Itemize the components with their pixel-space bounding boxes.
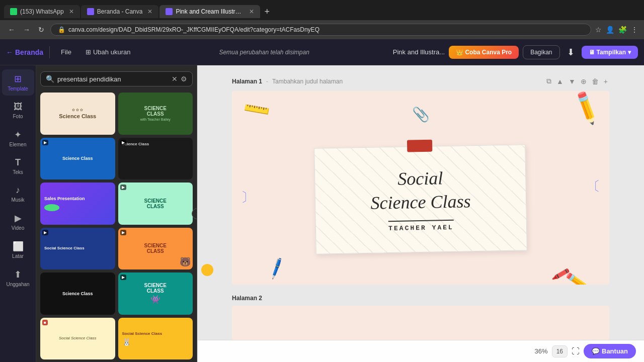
sidebar-item-unggahan[interactable]: ⬆ Unggahan [2, 265, 34, 291]
template-card-3-label: Science Class [62, 156, 93, 161]
tab-design-close[interactable]: ✕ [249, 8, 254, 15]
video-badge-6: ▶ [120, 185, 126, 190]
template-card-1[interactable]: ✿ ✿ ✿ Science Class [40, 93, 115, 135]
bottom-bar: 36% 16 ⛶ 💬 Bantuan [198, 340, 644, 362]
canva-home-label: Beranda [15, 48, 43, 56]
template-card-6[interactable]: ▶ SCIENCECLASS [118, 183, 193, 225]
pro-button[interactable]: 👑 Coba Canva Pro [449, 46, 519, 59]
design-main-title: Social Science Class [340, 165, 501, 215]
page1-number: Halaman 1 [232, 78, 262, 85]
address-bar[interactable]: 🔒 canva.com/design/DAD_DbidSRM/29xRO-_JK… [50, 24, 591, 36]
page-down-icon[interactable]: ▼ [567, 75, 577, 87]
tab-beranda[interactable]: Beranda - Canva ✕ [81, 5, 159, 18]
template-card-5[interactable]: Sales Presentation [40, 183, 115, 225]
video-badge-4: ▶ [120, 140, 126, 145]
page1-title-placeholder[interactable]: Tambahkan judul halaman [272, 78, 343, 85]
bookmark-button[interactable]: ☆ [595, 26, 602, 34]
sidebar-item-musik-label: Musik [11, 197, 24, 203]
share-button[interactable]: Bagikan [523, 45, 559, 59]
resize-button[interactable]: ⊞ Ubah ukuran [80, 45, 135, 59]
canvas-area: Halaman 1 - Tambahkan judul halaman ⧉ ▲ … [197, 65, 644, 362]
menu-button[interactable]: ⋮ [631, 26, 638, 34]
unggahan-icon: ⬆ [14, 269, 22, 280]
red-binder-clip [407, 139, 432, 152]
canvas-page-1[interactable]: 📏 ✏️ 📎 〕 〔 🖊️ 🖍️ Social Science Class TE… [232, 91, 609, 285]
sales-circle [44, 204, 59, 211]
template-card-10-label: SCIENCECLASS [144, 283, 167, 294]
sidebar-item-teks[interactable]: T Teks [2, 153, 34, 179]
sidebar-item-foto-label: Foto [13, 114, 23, 119]
page-up-icon[interactable]: ▲ [555, 75, 565, 87]
refresh-button[interactable]: ↻ [36, 25, 46, 35]
bantuan-icon: 💬 [592, 347, 600, 355]
back-button[interactable]: ← [6, 25, 17, 35]
template-card-4[interactable]: ▶ Science Class [118, 138, 193, 180]
canva-home-button[interactable]: ← Beranda [6, 48, 43, 56]
search-clear-button[interactable]: ✕ [172, 75, 178, 83]
template-card-11[interactable]: ■ Social Science Class [40, 318, 115, 360]
sidebar-item-elemen[interactable]: ✦ Elemen [2, 125, 34, 151]
sidebar-item-musik[interactable]: ♪ Musik [2, 181, 34, 207]
template-card-6-label: SCIENCECLASS [144, 198, 167, 209]
profile-button[interactable]: 👤 [606, 26, 614, 34]
page-count-button[interactable]: 16 [552, 345, 568, 357]
tab-whatsapp-close[interactable]: ✕ [69, 8, 74, 15]
new-tab-button[interactable]: + [261, 7, 273, 17]
bantuan-button[interactable]: 💬 Bantuan [584, 344, 636, 358]
page-add-icon[interactable]: + [602, 75, 609, 87]
search-bar[interactable]: 🔍 ✕ ⚙ [40, 71, 193, 86]
template-card-12[interactable]: Social Science Class 🐰 [118, 318, 193, 360]
design-teacher-name: TEACHER YAEL [388, 219, 454, 232]
tab-whatsapp[interactable]: (153) WhatsApp ✕ [4, 5, 80, 18]
tab-beranda-close[interactable]: ✕ [147, 8, 152, 15]
canva-favicon-1 [87, 8, 94, 15]
page-duplicate-icon[interactable]: ⧉ [545, 75, 553, 87]
video-badge-11: ■ [42, 320, 48, 325]
notecard: Social Science Class TEACHER YAEL [314, 144, 527, 254]
download-button[interactable]: ⬇ [564, 44, 578, 61]
resize-label: Ubah ukuran [93, 48, 130, 56]
template-card-1-label: Science Class [59, 113, 96, 119]
sidebar-item-video[interactable]: ▶ Video [2, 209, 34, 235]
extensions-button[interactable]: 🧩 [618, 26, 627, 34]
page-delete-icon[interactable]: 🗑 [590, 75, 600, 87]
page2-number: Halaman 2 [232, 295, 262, 302]
sidebar-item-unggahan-label: Unggahan [6, 282, 29, 287]
template-card-5-label: Sales Presentation [44, 196, 85, 202]
template-card-3[interactable]: ▶ Science Class [40, 138, 115, 180]
search-filter-button[interactable]: ⚙ [181, 75, 187, 83]
tab-design[interactable]: Pink and Cream Illustration Socia... ✕ [159, 5, 260, 18]
tab-whatsapp-title: (153) WhatsApp [20, 8, 64, 15]
template-grid: ✿ ✿ ✿ Science Class SCIENCECLASS with Te… [40, 93, 193, 359]
design-title-line2: Science Class [370, 191, 471, 213]
page2-header: Halaman 2 [232, 295, 609, 302]
template-card-8[interactable]: ▶ SCIENCECLASS 🐻 [118, 228, 193, 270]
sidebar-item-template[interactable]: ⊞ Template [2, 69, 34, 96]
saved-status: Semua perubahan telah disimpan [139, 49, 388, 56]
page-copy-icon[interactable]: ⊕ [579, 75, 588, 87]
forward-button[interactable]: → [21, 25, 32, 35]
template-card-9[interactable]: Science Class [40, 273, 115, 315]
template-card-7[interactable]: ▶ Social Science Class [40, 228, 115, 270]
template-card-2[interactable]: SCIENCECLASS with Teacher Bailey [118, 93, 193, 135]
main-layout: ⊞ Template 🖼 Foto ✦ Elemen T Teks ♪ Musi… [0, 65, 644, 362]
canvas-page-2[interactable] [232, 306, 609, 342]
sidebar-item-template-label: Template [8, 86, 28, 92]
page-header-separator: - [266, 78, 268, 85]
sidebar-item-foto[interactable]: 🖼 Foto [2, 98, 34, 123]
canva-favicon-2 [166, 8, 173, 15]
fullscreen-button[interactable]: ⛶ [572, 347, 580, 356]
present-button[interactable]: 🖥 Tampilkan ▾ [582, 46, 638, 59]
search-input[interactable] [57, 75, 169, 83]
template-card-4-label: Science Class [122, 142, 149, 146]
template-icon: ⊞ [14, 73, 22, 84]
template-card-10[interactable]: ▶ SCIENCECLASS 👾 [118, 273, 193, 315]
sidebar-item-latar[interactable]: ⬜ Latar [2, 237, 34, 263]
template-card-2-label: SCIENCECLASS [144, 106, 167, 117]
tab-bar: (153) WhatsApp ✕ Beranda - Canva ✕ Pink … [0, 0, 644, 20]
bantuan-label: Bantuan [602, 347, 628, 355]
template-card-7-label: Social Science Class [44, 246, 85, 251]
clip-right-decoration: 〔 [587, 177, 600, 195]
file-menu-button[interactable]: File [56, 45, 76, 59]
template-card-12-label: Social Science Class [122, 331, 163, 336]
